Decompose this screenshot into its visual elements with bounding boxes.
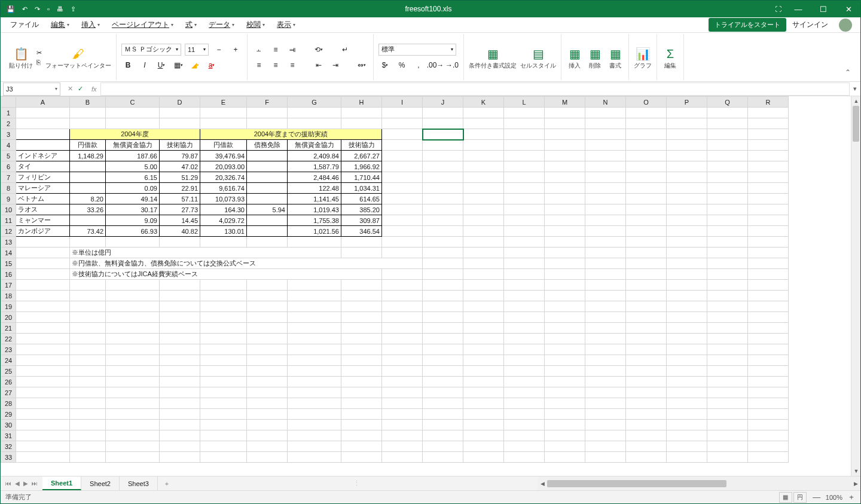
cell[interactable] — [341, 344, 382, 355]
cell[interactable] — [545, 108, 585, 118]
cell[interactable] — [106, 409, 160, 420]
cell[interactable] — [423, 398, 463, 409]
cell[interactable] — [247, 215, 288, 226]
cell[interactable] — [626, 237, 667, 248]
cell[interactable] — [341, 441, 382, 452]
cell[interactable] — [667, 108, 707, 118]
cell[interactable] — [667, 129, 707, 140]
cell[interactable] — [585, 108, 626, 118]
align-center-icon[interactable]: ≡ — [269, 59, 282, 71]
cell[interactable]: 51.29 — [160, 172, 200, 183]
merge-icon[interactable]: ⇔▾ — [355, 59, 368, 71]
cell[interactable] — [748, 430, 789, 441]
row-header[interactable]: 16 — [1, 269, 16, 280]
cell[interactable] — [748, 334, 789, 344]
cell[interactable]: 円借款 — [200, 140, 247, 151]
cell[interactable] — [585, 194, 626, 204]
cell[interactable] — [748, 151, 789, 161]
cell[interactable]: 47.02 — [160, 161, 200, 172]
cell[interactable] — [200, 301, 247, 312]
cell[interactable] — [748, 452, 789, 463]
cell[interactable] — [626, 204, 667, 215]
cell[interactable] — [504, 334, 545, 344]
row-header[interactable]: 25 — [1, 366, 16, 377]
cell[interactable] — [382, 452, 423, 463]
cell[interactable] — [707, 129, 748, 140]
cell[interactable] — [626, 420, 667, 430]
cell[interactable] — [288, 441, 341, 452]
cell[interactable] — [545, 344, 585, 355]
menu-review[interactable]: 校閲▾ — [240, 18, 271, 32]
cell[interactable] — [707, 194, 748, 204]
cell[interactable] — [748, 409, 789, 420]
cell[interactable] — [748, 183, 789, 194]
cell[interactable] — [463, 108, 504, 118]
cell[interactable] — [382, 280, 423, 291]
cell[interactable] — [463, 430, 504, 441]
cell[interactable]: 9.09 — [106, 215, 160, 226]
chart-icon[interactable]: 📊 — [634, 45, 651, 62]
cell[interactable] — [707, 377, 748, 387]
print-icon[interactable]: 🖶 — [57, 5, 63, 13]
cell[interactable] — [200, 108, 247, 118]
cell[interactable]: 9,616.74 — [200, 183, 247, 194]
cell[interactable] — [423, 269, 463, 280]
cell[interactable] — [200, 118, 247, 129]
cell[interactable] — [707, 237, 748, 248]
cell[interactable] — [504, 387, 545, 398]
cell[interactable] — [382, 183, 423, 194]
cell[interactable] — [16, 269, 70, 280]
cell[interactable] — [626, 323, 667, 334]
cell[interactable] — [70, 108, 106, 118]
font-selector[interactable]: ＭＳ Ｐゴシック▾ — [121, 44, 181, 56]
cell[interactable] — [16, 301, 70, 312]
row-header[interactable]: 13 — [1, 237, 16, 248]
col-header[interactable]: J — [423, 97, 463, 108]
cell[interactable] — [463, 301, 504, 312]
cell[interactable] — [288, 366, 341, 377]
cell[interactable] — [667, 409, 707, 420]
cell[interactable] — [16, 291, 70, 301]
cell[interactable] — [707, 430, 748, 441]
accept-formula-icon[interactable]: ✓ — [78, 85, 83, 93]
cell[interactable] — [70, 237, 106, 248]
cell[interactable] — [382, 194, 423, 204]
row-header[interactable]: 14 — [1, 248, 16, 258]
format-painter-icon[interactable]: 🖌 — [70, 45, 87, 62]
cell[interactable]: 2,484.46 — [288, 172, 341, 183]
undo-icon[interactable]: ↶ — [22, 5, 28, 13]
cell[interactable]: 20,326.74 — [200, 172, 247, 183]
cell[interactable] — [70, 172, 106, 183]
cell[interactable] — [626, 280, 667, 291]
cell[interactable] — [288, 334, 341, 344]
cell[interactable] — [16, 237, 70, 248]
cell[interactable] — [585, 430, 626, 441]
cell[interactable] — [16, 398, 70, 409]
cell[interactable] — [504, 161, 545, 172]
cell[interactable] — [585, 129, 626, 140]
cell[interactable] — [585, 323, 626, 334]
cell[interactable] — [667, 237, 707, 248]
cell[interactable] — [545, 387, 585, 398]
cell[interactable] — [106, 377, 160, 387]
cell[interactable] — [504, 183, 545, 194]
cell[interactable] — [667, 344, 707, 355]
cell[interactable] — [707, 387, 748, 398]
cell[interactable] — [667, 183, 707, 194]
cell[interactable] — [247, 151, 288, 161]
cell[interactable]: 0.09 — [106, 183, 160, 194]
cell[interactable] — [341, 291, 382, 301]
vertical-scrollbar[interactable]: ▲ ▼ — [851, 96, 860, 476]
cell[interactable] — [626, 151, 667, 161]
cell[interactable]: 22.91 — [160, 183, 200, 194]
cell[interactable] — [545, 334, 585, 344]
zoom-in-button[interactable]: + — [847, 493, 856, 502]
col-header[interactable]: C — [106, 97, 160, 108]
cell[interactable] — [748, 377, 789, 387]
cell[interactable] — [504, 366, 545, 377]
sheet-tab-2[interactable]: Sheet2 — [81, 476, 120, 490]
cell[interactable] — [707, 204, 748, 215]
cell[interactable] — [16, 377, 70, 387]
cell[interactable] — [667, 161, 707, 172]
cell[interactable] — [626, 194, 667, 204]
